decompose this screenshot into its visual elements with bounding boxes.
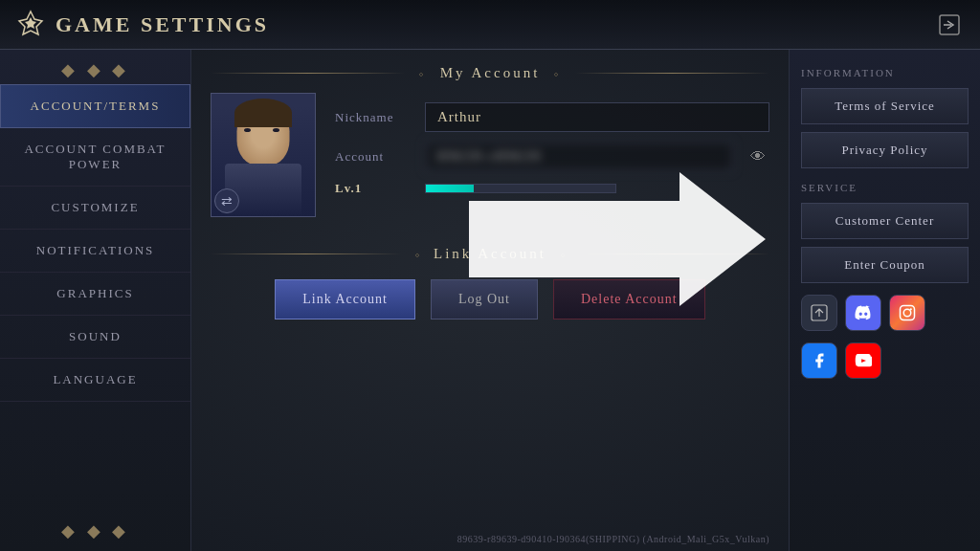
my-account-title: My Account	[440, 65, 541, 81]
eye-button[interactable]: 👁	[746, 145, 769, 168]
sidebar-item-sound[interactable]: Sound	[0, 316, 190, 359]
svg-point-7	[910, 308, 912, 310]
sidebar-item-account-combat-power[interactable]: Account Combat Power	[0, 128, 190, 187]
right-panel: Information Terms of Service Privacy Pol…	[789, 50, 980, 551]
link-account-button[interactable]: Link Account	[275, 279, 415, 320]
sidebar-deco-bottom: ◆ ◆ ◆	[61, 520, 129, 541]
account-label: Account	[335, 149, 412, 165]
action-buttons: Link Account Log Out Delete Account	[191, 276, 789, 323]
youtube-icon[interactable]	[845, 342, 881, 379]
instagram-icon[interactable]	[889, 295, 925, 331]
social-icons-row-2	[801, 342, 969, 379]
account-fields: Nickname Arthur Account 89639-r89639 👁 L…	[335, 93, 769, 196]
information-label: Information	[801, 67, 969, 78]
nickname-row: Nickname Arthur	[335, 102, 769, 132]
game-logo-icon	[15, 10, 46, 40]
exit-button[interactable]	[934, 10, 965, 40]
level-label: Lv.1	[335, 181, 412, 196]
share-icon[interactable]	[801, 295, 837, 331]
nickname-label: Nickname	[335, 110, 412, 125]
level-bar	[425, 184, 616, 193]
nickname-value: Arthur	[425, 102, 769, 132]
sidebar-item-graphics[interactable]: Graphics	[0, 273, 190, 316]
link-deco-right	[579, 253, 769, 254]
account-card: ⇄ Nickname Arthur Account 89639-r89639 👁…	[191, 93, 789, 232]
facebook-icon[interactable]	[801, 342, 837, 379]
bottom-bar: 89639-r89639-d90410-l90364(SHIPPING) (An…	[191, 526, 789, 551]
terms-service-button[interactable]: Terms of Service	[801, 88, 969, 124]
svg-rect-5	[901, 306, 915, 320]
title-group: Game Settings	[15, 10, 269, 40]
delete-account-button[interactable]: Delete Account	[553, 279, 705, 320]
my-account-header: ⬦ My Account ⬦	[191, 50, 789, 93]
service-label: Service	[801, 182, 969, 193]
link-deco-left	[211, 253, 401, 254]
customer-center-button[interactable]: Customer Center	[801, 203, 969, 239]
app-title: Game Settings	[56, 12, 269, 37]
avatar-swap-button[interactable]: ⇄	[214, 188, 239, 213]
level-bar-fill	[426, 185, 474, 192]
account-row: Account 89639-r89639 👁	[335, 142, 769, 171]
account-value: 89639-r89639	[425, 142, 733, 171]
link-account-header: ⬦ Link Account ⬦	[191, 232, 789, 276]
social-icons-row-1	[801, 295, 969, 331]
sidebar: ◆ ◆ ◆ Account/Terms Account Combat Power…	[0, 50, 191, 551]
footer-info: 89639-r89639-d90410-l90364(SHIPPING) (An…	[457, 534, 769, 544]
discord-icon[interactable]	[845, 295, 881, 331]
top-bar: Game Settings	[0, 0, 980, 50]
sidebar-item-account-terms[interactable]: Account/Terms	[0, 84, 190, 128]
level-row: Lv.1	[335, 181, 769, 196]
avatar-container: ⇄	[211, 93, 316, 217]
header-deco-left	[211, 73, 405, 74]
logout-button[interactable]: Log Out	[431, 279, 538, 320]
main-content: ⬦ My Account ⬦ ⇄ Nickname Arthur	[191, 50, 789, 551]
link-account-title: Link Account	[434, 246, 546, 262]
sidebar-deco-top: ◆ ◆ ◆	[61, 59, 129, 80]
header-deco-right	[575, 73, 769, 74]
sidebar-item-notifications[interactable]: Notifications	[0, 230, 190, 273]
sidebar-item-language[interactable]: Language	[0, 359, 190, 402]
svg-point-6	[903, 309, 911, 317]
sidebar-item-customize[interactable]: Customize	[0, 187, 190, 230]
privacy-policy-button[interactable]: Privacy Policy	[801, 132, 969, 168]
enter-coupon-button[interactable]: Enter Coupon	[801, 247, 969, 283]
